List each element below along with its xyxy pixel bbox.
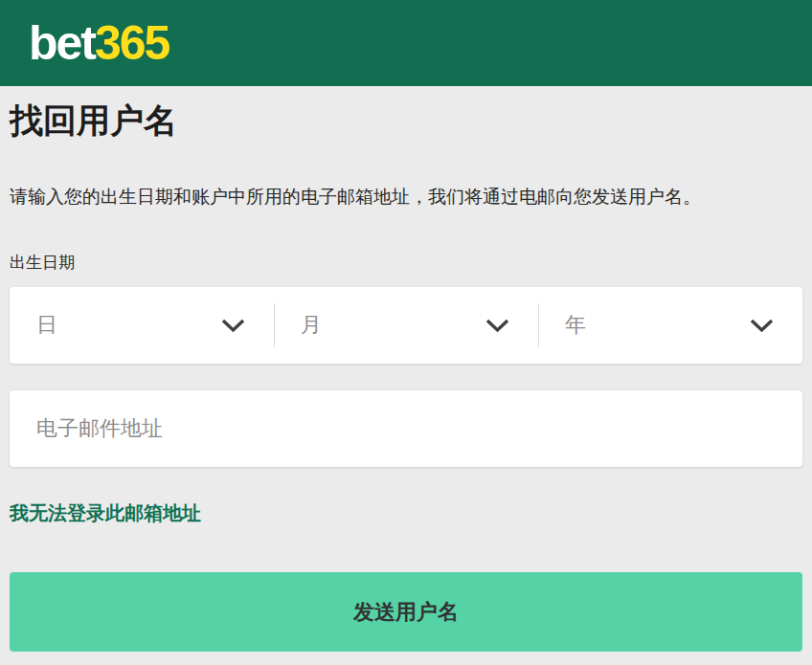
- page-title: 找回用户名: [10, 100, 802, 142]
- logo-text-365: 365: [95, 16, 169, 70]
- chevron-down-icon: [221, 319, 245, 333]
- dob-select-day[interactable]: 日: [10, 287, 274, 364]
- chevron-down-icon: [485, 319, 509, 333]
- dob-year-placeholder: 年: [565, 311, 586, 340]
- dob-month-placeholder: 月: [301, 311, 322, 340]
- app-header: bet365: [0, 0, 812, 86]
- send-username-button[interactable]: 发送用户名: [10, 572, 802, 652]
- dob-select-year[interactable]: 年: [538, 287, 802, 364]
- bet365-logo[interactable]: bet365: [29, 19, 169, 67]
- chevron-down-icon: [750, 319, 774, 333]
- instructions-text: 请输入您的出生日期和账户中所用的电子邮箱地址，我们将通过电邮向您发送用户名。: [10, 184, 802, 210]
- main-content: 找回用户名 请输入您的出生日期和账户中所用的电子邮箱地址，我们将通过电邮向您发送…: [0, 100, 812, 652]
- dob-select-month[interactable]: 月: [274, 287, 538, 364]
- logo-text-bet: bet: [29, 16, 95, 70]
- email-input[interactable]: [10, 390, 802, 467]
- dob-label: 出生日期: [10, 252, 802, 275]
- dob-day-placeholder: 日: [36, 311, 57, 340]
- cant-access-email-link[interactable]: 我无法登录此邮箱地址: [10, 499, 201, 526]
- dob-select-row: 日 月 年: [10, 287, 802, 364]
